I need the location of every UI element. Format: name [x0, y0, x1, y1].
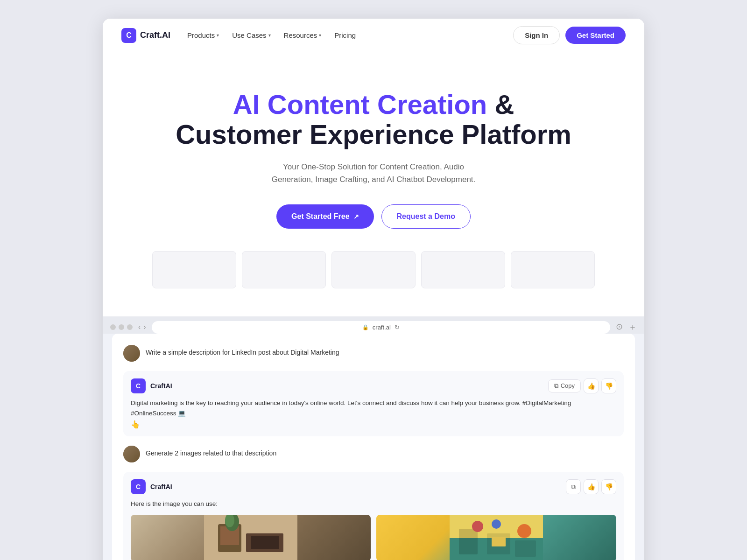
- preview-box-4: [421, 251, 505, 288]
- reload-icon: ↻: [395, 324, 400, 331]
- chat-container: Write a simple description for LinkedIn …: [112, 334, 635, 560]
- nav-links: Products ▾ Use Cases ▾ Resources ▾ Prici…: [187, 31, 356, 39]
- ai-message-1: C CraftAI ⧉ Copy 👍 �: [123, 371, 624, 436]
- browser-newtab-icon[interactable]: ＋: [628, 322, 637, 333]
- request-demo-button[interactable]: Request a Demo: [381, 204, 471, 229]
- nav-item-resources[interactable]: Resources ▾: [284, 31, 322, 39]
- svg-point-11: [492, 519, 501, 529]
- logo[interactable]: C Craft.AI: [121, 28, 170, 43]
- hero-title-accent: AI Content Creation: [233, 89, 487, 119]
- chevron-down-icon: ▾: [319, 33, 321, 38]
- nav-item-usecases[interactable]: Use Cases ▾: [232, 31, 270, 39]
- get-started-free-button[interactable]: Get Started Free ↗: [276, 204, 374, 229]
- hero-preview-strip: [121, 251, 626, 288]
- ai-message-actions-1: ⧉ Copy 👍 👎: [548, 378, 616, 393]
- preview-box-1: [152, 251, 236, 288]
- thumbs-down-icon-2: 👎: [605, 483, 613, 490]
- nav-right: Sign In Get Started: [513, 26, 626, 44]
- generated-image-2: [376, 515, 616, 560]
- user-avatar-inner-2: [123, 446, 140, 462]
- brand-name: Craft.AI: [140, 30, 170, 40]
- chevron-down-icon: ▾: [217, 33, 219, 38]
- svg-rect-9: [459, 529, 478, 554]
- browser-address-bar[interactable]: 🔒 craft.ai ↻: [152, 321, 610, 334]
- browser-dot-green: [127, 324, 133, 330]
- thumbs-up-icon-2: 👍: [587, 483, 595, 490]
- user-message-text-1: Write a simple description for LinkedIn …: [146, 345, 339, 356]
- thumbs-down-button-2[interactable]: 👎: [601, 479, 616, 494]
- copy-icon-button-2[interactable]: ⧉: [566, 479, 581, 494]
- browser-dot-yellow: [119, 324, 124, 330]
- hero-subtitle: Your One-Stop Solution for Content Creat…: [266, 161, 481, 186]
- ai-message-actions-2: ⧉ 👍 👎: [566, 479, 616, 494]
- ai-message-2: C CraftAI ⧉ 👍 👎: [123, 472, 624, 560]
- ai-name-2: CraftAI: [150, 483, 172, 490]
- ai-header-left-2: C CraftAI: [131, 479, 172, 494]
- browser-nav-arrows: ‹ ›: [138, 323, 146, 331]
- thumbs-down-button[interactable]: 👎: [601, 378, 616, 393]
- page-wrapper: C Craft.AI Products ▾ Use Cases ▾ Resour…: [103, 19, 644, 560]
- nav-left: C Craft.AI Products ▾ Use Cases ▾ Resour…: [121, 28, 356, 43]
- browser-back-arrow[interactable]: ‹: [138, 323, 141, 331]
- nav-item-products[interactable]: Products ▾: [187, 31, 219, 39]
- nav-item-pricing[interactable]: Pricing: [334, 31, 356, 39]
- thumbs-up-button[interactable]: 👍: [584, 378, 599, 393]
- copy-button[interactable]: ⧉ Copy: [548, 379, 581, 392]
- generated-image-1: [131, 515, 371, 560]
- svg-rect-15: [515, 540, 536, 557]
- user-avatar-1: [123, 345, 140, 362]
- hero-buttons: Get Started Free ↗ Request a Demo: [121, 204, 626, 229]
- browser-dots: [110, 324, 133, 330]
- browser-dot-red: [110, 324, 116, 330]
- ai-message-header-1: C CraftAI ⧉ Copy 👍 �: [131, 378, 616, 393]
- copy-icon-2: ⧉: [571, 483, 576, 491]
- user-avatar-2: [123, 446, 140, 462]
- preview-box-2: [242, 251, 326, 288]
- hero-title: AI Content Creation & Customer Experienc…: [121, 90, 626, 149]
- ai-message-text-1: Digital marketing is the key to reaching…: [131, 398, 616, 418]
- thumbs-down-icon: 👎: [605, 382, 613, 390]
- thumbs-up-icon: 👍: [587, 382, 595, 390]
- browser-chrome: ‹ › 🔒 craft.ai ↻ ⊙ ＋: [103, 316, 644, 334]
- ai-name-1: CraftAI: [150, 382, 172, 390]
- generated-images-row: [131, 515, 616, 560]
- browser-actions: ⊙ ＋: [616, 322, 637, 333]
- user-message-2: Generate 2 images related to that descri…: [123, 446, 624, 462]
- thumbs-up-button-2[interactable]: 👍: [584, 479, 599, 494]
- chevron-down-icon: ▾: [268, 33, 271, 38]
- ai-avatar-1: C: [131, 378, 146, 393]
- navbar: C Craft.AI Products ▾ Use Cases ▾ Resour…: [103, 19, 644, 52]
- preview-box-5: [511, 251, 595, 288]
- signin-button[interactable]: Sign In: [513, 26, 560, 44]
- ai-header-left-1: C CraftAI: [131, 378, 172, 393]
- chat-messages: Write a simple description for LinkedIn …: [112, 334, 635, 560]
- svg-point-14: [517, 524, 531, 538]
- user-message-text-2: Generate 2 images related to that descri…: [146, 446, 276, 457]
- arrow-icon: ↗: [353, 213, 359, 220]
- svg-rect-4: [251, 536, 279, 549]
- cursor-hand-icon: 👆: [131, 420, 140, 429]
- user-message-1: Write a simple description for LinkedIn …: [123, 345, 624, 362]
- browser-url: craft.ai: [373, 324, 391, 331]
- cursor-indicator: 👆: [131, 420, 616, 429]
- getstarted-button[interactable]: Get Started: [565, 27, 626, 44]
- user-avatar-inner: [123, 345, 140, 362]
- browser-section: ‹ › 🔒 craft.ai ↻ ⊙ ＋ Write a: [103, 316, 644, 560]
- browser-downloads-icon[interactable]: ⊙: [616, 322, 623, 333]
- preview-box-3: [331, 251, 416, 288]
- hero-section: AI Content Creation & Customer Experienc…: [103, 52, 644, 316]
- lock-icon: 🔒: [362, 324, 369, 330]
- copy-icon: ⧉: [554, 382, 558, 390]
- browser-forward-arrow[interactable]: ›: [143, 323, 146, 331]
- svg-rect-13: [492, 537, 506, 546]
- svg-point-10: [472, 521, 483, 532]
- ai-message-text-2: Here is the image you can use:: [131, 499, 616, 509]
- ai-avatar-2: C: [131, 479, 146, 494]
- logo-icon: C: [121, 28, 136, 43]
- ai-message-header-2: C CraftAI ⧉ 👍 👎: [131, 479, 616, 494]
